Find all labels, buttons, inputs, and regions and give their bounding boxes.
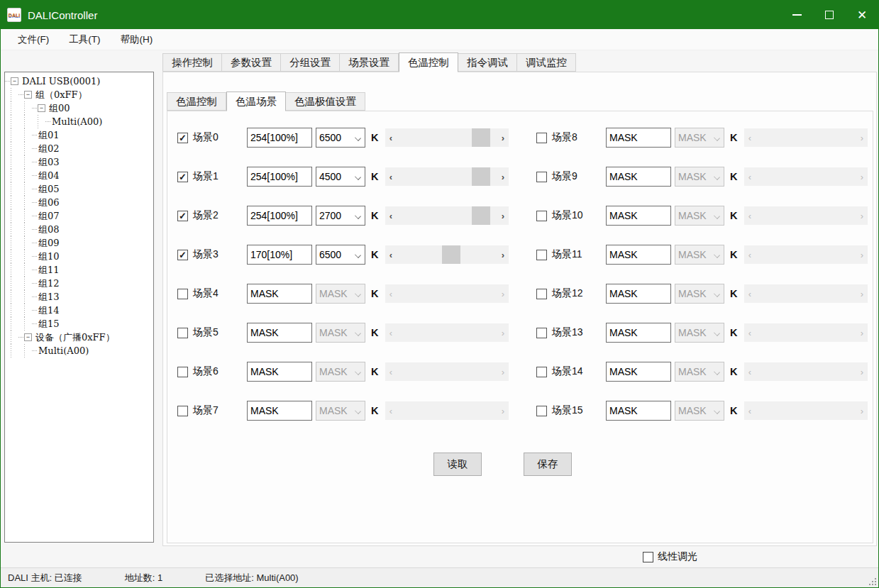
scroll-left-arrow-icon[interactable]: ‹ <box>385 167 397 186</box>
scroll-left-arrow-icon[interactable]: ‹ <box>385 206 397 225</box>
scene-checkbox[interactable] <box>536 250 547 260</box>
scene-level-input[interactable] <box>247 401 312 421</box>
scene-checkbox[interactable] <box>536 367 547 377</box>
scroll-right-arrow-icon[interactable]: › <box>497 206 509 225</box>
scene-level-input[interactable] <box>606 206 671 226</box>
tree-item[interactable]: −DALI USB(0001) <box>5 74 153 88</box>
tree-item[interactable]: 组02 <box>5 142 153 155</box>
menu-item-0[interactable]: 文件(F) <box>8 30 59 50</box>
scene-temp-dropdown[interactable]: 2700 <box>316 206 365 226</box>
tree-item[interactable]: −组00 <box>5 101 153 115</box>
tree-item[interactable]: 组04 <box>5 169 153 182</box>
close-button[interactable]: ✕ <box>846 1 878 29</box>
scene-checkbox[interactable] <box>177 406 188 416</box>
scene-temp-dropdown[interactable]: MASK <box>316 284 365 304</box>
scroll-left-arrow-icon[interactable]: ‹ <box>385 245 397 264</box>
scroll-right-arrow-icon[interactable]: › <box>497 128 509 147</box>
scene-temp-dropdown[interactable]: MASK <box>316 401 365 421</box>
scene-checkbox[interactable]: ✓ <box>177 133 188 143</box>
maximize-button[interactable] <box>813 1 846 29</box>
minimize-button[interactable] <box>780 1 813 29</box>
tab-main-2[interactable]: 分组设置 <box>281 53 340 72</box>
tree-item[interactable]: 组10 <box>5 250 153 263</box>
linear-dimming-checkbox[interactable] <box>643 552 653 562</box>
tree-item[interactable]: 组09 <box>5 236 153 250</box>
resize-grip[interactable] <box>868 577 876 585</box>
scene-checkbox[interactable] <box>536 406 547 416</box>
scroll-thumb[interactable] <box>472 206 490 225</box>
tree-item[interactable]: 组03 <box>5 155 153 169</box>
scene-level-input[interactable] <box>606 401 671 421</box>
scene-temp-scrollbar[interactable]: ‹› <box>385 128 509 147</box>
tree-item[interactable]: Multi(A00) <box>5 115 153 128</box>
tree-item[interactable]: 组13 <box>5 290 153 304</box>
scene-level-input[interactable] <box>247 128 312 148</box>
tab-sub-1[interactable]: 色温场景 <box>226 91 286 111</box>
tab-main-4[interactable]: 色温控制 <box>399 52 458 72</box>
scene-temp-dropdown[interactable]: MASK <box>316 362 365 382</box>
scroll-thumb[interactable] <box>472 128 490 147</box>
tree-item[interactable]: 组07 <box>5 209 153 223</box>
tree-expander-icon[interactable]: − <box>24 91 32 99</box>
scene-temp-dropdown[interactable]: MASK <box>675 362 724 382</box>
scene-level-input[interactable] <box>606 167 671 187</box>
scene-checkbox[interactable]: ✓ <box>177 211 188 221</box>
scroll-right-arrow-icon[interactable]: › <box>497 245 509 264</box>
tree-expander-icon[interactable]: − <box>38 104 45 112</box>
scroll-thumb[interactable] <box>442 245 460 264</box>
tree-item[interactable]: 组01 <box>5 128 153 142</box>
scroll-right-arrow-icon[interactable]: › <box>497 167 509 186</box>
scene-checkbox[interactable] <box>177 328 188 338</box>
scene-level-input[interactable] <box>247 245 312 265</box>
scene-temp-scrollbar[interactable]: ‹› <box>385 167 509 186</box>
tree-item[interactable]: 组05 <box>5 182 153 196</box>
tree-item[interactable]: 组15 <box>5 317 153 331</box>
scene-checkbox[interactable] <box>177 367 188 377</box>
scene-level-input[interactable] <box>247 167 312 187</box>
scene-checkbox[interactable] <box>536 328 547 338</box>
scene-level-input[interactable] <box>247 284 312 304</box>
scene-level-input[interactable] <box>606 245 671 265</box>
scene-level-input[interactable] <box>606 284 671 304</box>
tree-item[interactable]: Multi(A00) <box>5 344 153 357</box>
scene-level-input[interactable] <box>606 128 671 148</box>
scene-temp-dropdown[interactable]: MASK <box>675 401 724 421</box>
read-button[interactable]: 读取 <box>433 453 482 476</box>
scene-checkbox[interactable]: ✓ <box>177 172 188 182</box>
tab-main-6[interactable]: 调试监控 <box>517 53 576 72</box>
scene-checkbox[interactable]: ✓ <box>177 250 188 260</box>
tree-expander-icon[interactable]: − <box>11 77 18 85</box>
menu-item-2[interactable]: 帮助(H) <box>111 30 163 50</box>
scroll-left-arrow-icon[interactable]: ‹ <box>385 128 397 147</box>
menu-item-1[interactable]: 工具(T) <box>59 30 110 50</box>
scene-checkbox[interactable] <box>536 172 547 182</box>
scene-level-input[interactable] <box>247 362 312 382</box>
tab-main-1[interactable]: 参数设置 <box>222 53 281 72</box>
scene-temp-dropdown[interactable]: 4500 <box>316 167 365 187</box>
scene-temp-scrollbar[interactable]: ‹› <box>385 206 509 225</box>
tab-main-5[interactable]: 指令调试 <box>458 53 517 72</box>
scene-level-input[interactable] <box>247 206 312 226</box>
scene-temp-scrollbar[interactable]: ‹› <box>385 245 509 264</box>
scene-temp-dropdown[interactable]: MASK <box>675 284 724 304</box>
tree-item[interactable]: −设备（广播0xFF） <box>5 331 153 344</box>
scene-temp-dropdown[interactable]: MASK <box>675 128 724 148</box>
scene-temp-dropdown[interactable]: 6500 <box>316 245 365 265</box>
tab-sub-0[interactable]: 色温控制 <box>167 92 226 111</box>
tree-item[interactable]: 组06 <box>5 196 153 209</box>
tree-expander-icon[interactable]: − <box>24 333 32 341</box>
scene-temp-dropdown[interactable]: MASK <box>675 206 724 226</box>
scene-level-input[interactable] <box>247 323 312 343</box>
scroll-thumb[interactable] <box>472 167 490 186</box>
scene-temp-dropdown[interactable]: MASK <box>675 167 724 187</box>
scene-checkbox[interactable] <box>177 289 188 299</box>
scene-temp-dropdown[interactable]: MASK <box>675 245 724 265</box>
tab-main-3[interactable]: 场景设置 <box>340 53 399 72</box>
scene-level-input[interactable] <box>606 362 671 382</box>
scene-checkbox[interactable] <box>536 211 547 221</box>
save-button[interactable]: 保存 <box>524 453 572 476</box>
tree-item[interactable]: −组（0xFF） <box>5 88 153 101</box>
tree-item[interactable]: 组14 <box>5 304 153 317</box>
scene-temp-dropdown[interactable]: 6500 <box>316 128 365 148</box>
tree-item[interactable]: 组12 <box>5 277 153 290</box>
